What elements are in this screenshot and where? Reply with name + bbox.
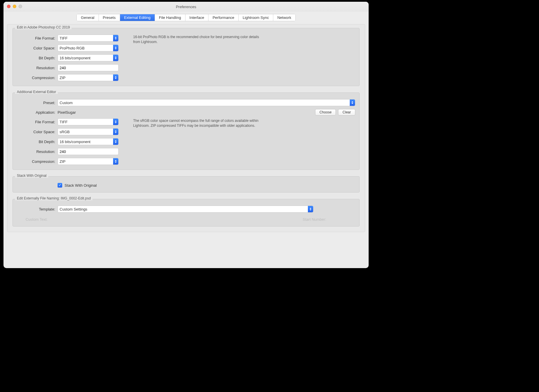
color-space-value: sRGB [60, 130, 70, 134]
label-color-space: Color Space: [17, 46, 58, 50]
label-start-number: Start Number: [303, 217, 355, 222]
clear-button[interactable]: Clear [338, 109, 355, 115]
group-additional-editor: Additional External Editor Preset: Custo… [13, 92, 360, 170]
color-space-select[interactable]: ProPhoto RGB [58, 44, 119, 51]
tab-performance[interactable]: Performance [208, 14, 238, 21]
compression-value: ZIP [60, 76, 65, 80]
label-file-format: File Format: [17, 36, 58, 40]
label-compression: Compression: [17, 76, 58, 80]
additional-help-text: The sRGB color space cannot encompass th… [133, 118, 261, 165]
select-stepper-icon [113, 129, 118, 135]
select-stepper-icon [113, 74, 118, 81]
preferences-window: Preferences General Presets External Edi… [3, 2, 369, 268]
label-bit-depth: Bit Depth: [17, 56, 58, 60]
tab-lightroom-sync[interactable]: Lightroom Sync [239, 14, 273, 21]
label-resolution: Resolution: [17, 149, 58, 154]
preset-value: Custom [60, 101, 73, 105]
group-legend: Edit in Adobe Photoshop CC 2019 [15, 25, 72, 29]
label-preset: Preset: [17, 101, 58, 105]
bit-depth-value: 16 bits/component [60, 140, 90, 144]
bit-depth-select[interactable]: 16 bits/component [58, 138, 119, 145]
template-select[interactable]: Custom Settings [58, 206, 313, 213]
compression-select[interactable]: ZIP [58, 158, 119, 165]
label-application: Application: [17, 110, 58, 115]
photoshop-help-text: 16-bit ProPhoto RGB is the recommended c… [133, 35, 261, 81]
label-file-format: File Format: [17, 120, 58, 124]
group-legend: Additional External Editor [15, 90, 58, 94]
titlebar: Preferences [3, 2, 369, 12]
label-custom-text: Custom Text: [17, 217, 50, 222]
tab-bar: General Presets External Editing File Ha… [76, 14, 295, 21]
label-bit-depth: Bit Depth: [17, 140, 58, 144]
select-stepper-icon [113, 119, 118, 125]
color-space-value: ProPhoto RGB [60, 46, 85, 50]
tab-network[interactable]: Network [273, 14, 295, 21]
label-compression: Compression: [17, 159, 58, 164]
file-format-value: TIFF [60, 120, 67, 124]
select-stepper-icon [308, 206, 313, 212]
file-format-select[interactable]: TIFF [58, 118, 119, 125]
resolution-input-wrap [58, 64, 119, 71]
color-space-select[interactable]: sRGB [58, 128, 119, 135]
file-format-select[interactable]: TIFF [58, 35, 119, 42]
select-stepper-icon [350, 99, 355, 106]
label-color-space: Color Space: [17, 130, 58, 134]
window-title: Preferences [176, 5, 196, 9]
label-resolution: Resolution: [17, 66, 58, 70]
preferences-content: Edit in Adobe Photoshop CC 2019 File For… [7, 24, 365, 232]
tab-external-editing[interactable]: External Editing [120, 14, 155, 21]
preset-select[interactable]: Custom [58, 99, 355, 106]
tab-presets[interactable]: Presets [99, 14, 120, 21]
group-file-naming: Edit Externally File Naming: IMG_0002-Ed… [13, 199, 360, 227]
select-stepper-icon [113, 158, 118, 165]
application-value: PixelSugar [58, 110, 315, 115]
compression-select[interactable]: ZIP [58, 74, 119, 81]
group-stack-with-original: Stack With Original Stack With Original [13, 176, 360, 193]
bit-depth-value: 16 bits/component [60, 56, 90, 60]
group-legend: Edit Externally File Naming: IMG_0002-Ed… [15, 196, 92, 200]
preferences-tabs: General Presets External Editing File Ha… [3, 14, 369, 21]
close-window-button[interactable] [7, 5, 10, 8]
bit-depth-select[interactable]: 16 bits/component [58, 54, 119, 61]
tab-file-handling[interactable]: File Handling [155, 14, 185, 21]
tab-interface[interactable]: Interface [185, 14, 209, 21]
stack-with-original-label: Stack With Original [65, 183, 97, 188]
compression-value: ZIP [60, 159, 65, 164]
resolution-input-wrap [58, 148, 119, 155]
minimize-window-button[interactable] [13, 5, 16, 8]
select-stepper-icon [113, 45, 118, 51]
resolution-input[interactable] [60, 66, 117, 70]
select-stepper-icon [113, 138, 118, 145]
template-value: Custom Settings [60, 207, 87, 211]
select-stepper-icon [113, 35, 118, 41]
select-stepper-icon [113, 55, 118, 61]
stack-with-original-checkbox[interactable] [58, 183, 62, 188]
resolution-input[interactable] [60, 149, 117, 154]
zoom-window-button[interactable] [19, 5, 22, 8]
window-controls [7, 5, 22, 8]
group-legend: Stack With Original [15, 174, 48, 178]
tab-general[interactable]: General [77, 14, 99, 21]
choose-button[interactable]: Choose [315, 109, 336, 115]
file-format-value: TIFF [60, 36, 67, 40]
label-template: Template: [17, 207, 58, 211]
group-edit-in-photoshop: Edit in Adobe Photoshop CC 2019 File For… [13, 28, 360, 86]
